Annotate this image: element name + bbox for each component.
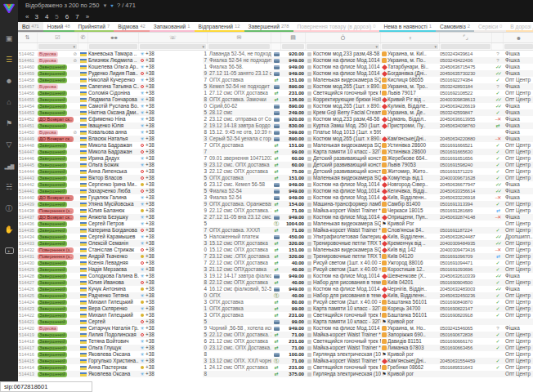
tab-pryiniatyi[interactable]: Прийнятий7 (74, 22, 114, 32)
tab-povernennia-tovaru[interactable]: Повернення товару (в дорозі)0 (293, 22, 380, 32)
price-filter-input[interactable] (282, 44, 304, 49)
ttn-number[interactable]: 0501691313394 (440, 201, 492, 207)
product-filter-cell[interactable]: ▼ (306, 43, 381, 50)
ttn-number[interactable]: 20450632824487 (440, 234, 492, 240)
ttn-number[interactable]: 20450635730230 (440, 70, 492, 77)
tab-servisy[interactable]: Сервіси0 (474, 22, 506, 32)
order-row[interactable]: 514423ЗавершенийВера Скляренко✳+381ОПХ д… (18, 305, 533, 312)
tab-vsi[interactable]: Всі471 (18, 22, 43, 32)
order-row[interactable]: 514431Повернення (з..Андрій Ткаченко+387… (18, 253, 533, 260)
ttn-number[interactable] (440, 371, 492, 377)
tab-vidpravlenyi[interactable]: Відправлений12 (195, 22, 244, 32)
order-row[interactable]: 514414ЗавершенийАнна Пастернак+38124.12 … (18, 364, 533, 371)
name-filter-cell[interactable] (88, 43, 139, 50)
ttn-number[interactable]: 0501691651656 (440, 155, 492, 162)
stats-icon[interactable]: ▂▅▇ (0, 155, 18, 176)
funnel-icon[interactable]: ▽ (0, 134, 18, 155)
ttn-number[interactable]: 20450633226918 (440, 194, 492, 201)
ttn-number[interactable]: 0501690820918 (440, 312, 492, 318)
ttn-number[interactable]: 20450633356614 (440, 188, 492, 194)
order-row[interactable]: 514440ДО Возврат ск..Гуцалюк Галина✳+383… (18, 194, 533, 201)
ttn-number[interactable]: 20400309838613 (440, 96, 492, 103)
dashboard-icon[interactable]: ▣ (0, 28, 18, 49)
app-logo[interactable] (0, 0, 18, 16)
ttn-number[interactable]: 0501691666521 (440, 142, 492, 149)
tab-v-dorozi-dodomu[interactable]: В дорозі додому0 (506, 22, 533, 32)
ttn-number[interactable]: 0501690663456 (440, 345, 492, 351)
first-page-button[interactable]: « (25, 13, 28, 20)
order-row[interactable]: 514449ДО Возврат ск..Власюк Наталья✳+383… (18, 136, 533, 142)
order-row[interactable]: 514462Відмова⊘Каневська Тамара ..✳+381Ла… (18, 51, 533, 57)
flag-filter-cell[interactable] (78, 43, 88, 50)
order-row[interactable]: 514459ЗавершенийРуденко Лидия Пав..+3892… (18, 70, 533, 77)
call-source-icon[interactable]: ✆ (78, 33, 88, 42)
ttn-number[interactable]: 0503243439614 (440, 51, 492, 57)
tab-zapakovanyi[interactable]: Запакований1 (150, 22, 195, 32)
order-row[interactable]: 514415ЗавершенийГоргулько Христина..✳+38… (18, 358, 533, 364)
page-button-5[interactable]: 5 (55, 13, 58, 20)
ttn-filter-input[interactable] (441, 44, 490, 49)
order-row[interactable]: 514426ЗавершенийКучук Антонина+38416.12 … (18, 286, 533, 292)
money-icon[interactable]: ▤ (281, 33, 306, 42)
ttn-number[interactable]: 20400309484935 (440, 240, 492, 247)
ttn-number[interactable]: 20450634226619 (440, 103, 492, 109)
order-row[interactable]: 514419ЗавершенийЛилия Подолинская+38522.… (18, 332, 533, 338)
ttn-filter-cell[interactable] (440, 43, 492, 50)
order-row[interactable]: 514454ЗавершенийСамотій Руслана Во..✳+38… (18, 103, 533, 109)
ttn-number[interactable]: 20450632450236 (440, 292, 492, 299)
manager-filter-cell[interactable] (504, 43, 533, 50)
ttn-number[interactable]: 0501691094471 (440, 260, 492, 266)
product-icon[interactable]: Ô (306, 33, 381, 42)
order-row[interactable]: 514422ЗавершенийМихаил Гилецький+383ОПХ … (18, 312, 533, 318)
customers-icon[interactable]: ☻☻ (88, 33, 139, 42)
ttn-number[interactable]: 0501691281689 (440, 207, 492, 214)
ttn-number[interactable]: 0501691093696 (440, 266, 492, 273)
order-row[interactable]: 514443ЗавершенийВіктор Власов+385ОПХ дос… (18, 175, 533, 181)
order-row[interactable]: 514436ЗавершенийСергей Петров✳+385ⓢ1004.… (18, 220, 533, 227)
ttn-number[interactable]: 0501690672838 (440, 332, 492, 338)
product-filter-input[interactable]: ▼ (307, 44, 379, 49)
ttn-number[interactable]: 0503241546065 (440, 325, 492, 332)
comment-filter-cell[interactable] (208, 43, 271, 50)
order-row[interactable]: 514430ЗавершенийКсенія Левадняя+38722.12… (18, 260, 533, 266)
order-row[interactable]: 514432Повернення (з..Станіслав Стрижак+3… (18, 247, 533, 253)
payment-filter-cell[interactable] (271, 43, 281, 50)
location-icon[interactable]: ♀ (381, 33, 440, 42)
track-filter-cell[interactable] (492, 43, 504, 50)
order-row[interactable]: 514446ЗавершенийИрина Дидух✳+38709.01 зв… (18, 155, 533, 162)
order-row[interactable]: 514418ЗавершенийТетяна Войтович✳+38621.1… (18, 338, 533, 345)
order-row[interactable]: 514448ЗавершенийМикола Бадражан+387ОПХ д… (18, 142, 533, 149)
order-row[interactable]: 514447ЗавершенийМикола Бадражан+387⇄99.0… (18, 149, 533, 155)
info-icon[interactable]: ⓘ (0, 198, 18, 219)
settings-icon[interactable]: ☵ (0, 176, 18, 198)
tab-vidmova[interactable]: Відмова42 (114, 22, 149, 32)
manager-filter-input[interactable] (504, 44, 533, 49)
tab-novyi[interactable]: Новий48 (43, 22, 74, 32)
order-row[interactable]: 514455ЗавершенийЛюдмила Гончарова✳+388ОП… (18, 96, 533, 103)
phone-filter-input[interactable]: ▼ (140, 44, 206, 49)
ttn-number[interactable]: 20450636613955 (440, 116, 492, 122)
order-row[interactable]: 514437ДО Возврат ск..Анжела Безушку✳+382… (18, 214, 533, 220)
payment-column-header[interactable] (271, 33, 281, 42)
order-row[interactable]: 514458ЗавершенийНиколай Кучеренко✳+387ОП… (18, 77, 533, 83)
ttn-number[interactable]: 0501689531643 (440, 364, 492, 371)
order-row[interactable]: 514427ЗавершенийЮлия Иванова+38822.12 см… (18, 279, 533, 286)
warehouse-icon[interactable]: ⌂ (0, 91, 18, 113)
ttn-number[interactable]: 20450636715475 (440, 64, 492, 70)
order-row[interactable]: 514450Відмова⊘Ковальова анна✳+38815.12. … (18, 129, 533, 136)
video-icon[interactable]: ▸ (0, 240, 18, 261)
ttn-number[interactable]: 0501692108522 (440, 90, 492, 96)
page-button-4[interactable]: 4 (45, 13, 48, 20)
order-row[interactable]: 514433ЗавершенийОлексій Семанін✳+38315.1… (18, 240, 533, 247)
order-row[interactable]: 514461Відмова⊘Близнюк Людмила ..+387Фиал… (18, 57, 533, 64)
tab-samovyviz[interactable]: Самовивіз2 (436, 22, 474, 32)
ttn-number[interactable]: 0503242893184 (440, 83, 492, 90)
order-row[interactable]: 514434ЗавершенийСергей Карамышев✳+385Нал… (18, 234, 533, 240)
chevron-down-icon[interactable]: ▼ (102, 3, 107, 8)
order-row[interactable]: 514429ЗавершенийНадія Мерзаєва✳+38321.12… (18, 266, 533, 273)
ttn-number[interactable]: 0501691571229 (440, 168, 492, 175)
ttn-number[interactable]: 0501690840870 (440, 299, 492, 305)
ttn-number[interactable]: 0503243422436 (440, 57, 492, 64)
customers-icon[interactable]: ☻ (0, 70, 18, 91)
ttn-number[interactable]: 0501691665630 (440, 149, 492, 155)
